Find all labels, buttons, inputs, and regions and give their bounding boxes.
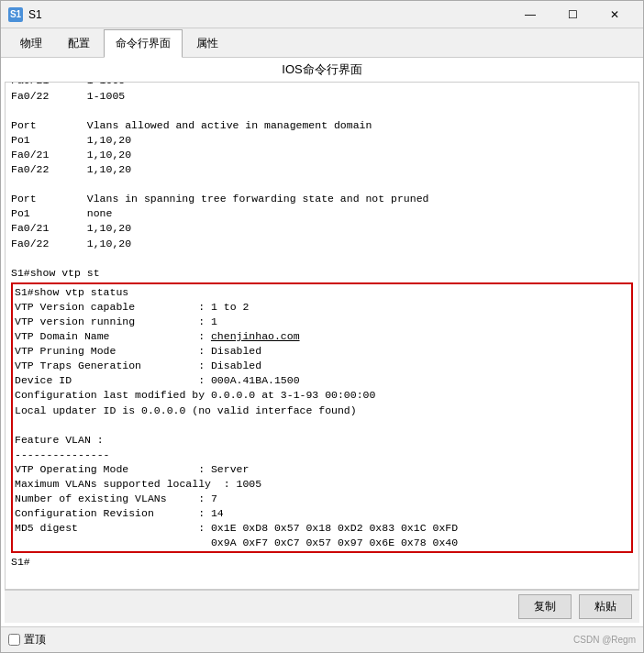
pin-checkbox[interactable] [8, 634, 20, 646]
window-title: S1 [28, 8, 509, 21]
app-icon: S1 [8, 7, 23, 22]
highlighted-vtp-section: S1#show vtp status VTP Version capable :… [11, 282, 633, 554]
watermark: CSDN @Regm [573, 635, 636, 645]
main-window: S1 S1 — ☐ ✕ 物理 配置 命令行界面 属性 IOS命令行界面 Fa0/… [0, 0, 644, 653]
tab-config[interactable]: 配置 [56, 29, 102, 57]
close-button[interactable]: ✕ [594, 1, 636, 28]
main-content: IOS命令行界面 Fa0/22 auto n-802.1q trunking 1… [1, 58, 643, 626]
vtp-line-1: S1#show vtp status VTP Version capable :… [15, 286, 458, 549]
maximize-button[interactable]: ☐ [551, 1, 594, 28]
terminal-container: Fa0/22 auto n-802.1q trunking 1 Port Vla… [5, 82, 639, 590]
pin-checkbox-label[interactable]: 置顶 [8, 632, 46, 647]
bottom-bar: 复制 粘贴 [5, 590, 639, 623]
minimize-button[interactable]: — [509, 1, 551, 28]
pre-highlight-text: Fa0/22 auto n-802.1q trunking 1 Port Vla… [11, 83, 428, 279]
copy-button[interactable]: 复制 [518, 594, 572, 619]
paste-button[interactable]: 粘贴 [579, 594, 632, 619]
tab-physics[interactable]: 物理 [8, 29, 54, 57]
pin-label: 置顶 [24, 632, 46, 647]
tab-properties[interactable]: 属性 [184, 29, 230, 57]
tab-cli[interactable]: 命令行界面 [104, 29, 183, 58]
domain-name: chenjinhao.com [211, 330, 300, 342]
window-controls: — ☐ ✕ [509, 1, 636, 28]
prompt-after: S1# [11, 556, 30, 568]
titlebar: S1 S1 — ☐ ✕ [1, 1, 643, 28]
section-title: IOS命令行界面 [5, 61, 639, 78]
terminal[interactable]: Fa0/22 auto n-802.1q trunking 1 Port Vla… [6, 83, 638, 589]
footer: 置顶 CSDN @Regm [1, 626, 643, 652]
tabbar: 物理 配置 命令行界面 属性 [1, 28, 643, 58]
